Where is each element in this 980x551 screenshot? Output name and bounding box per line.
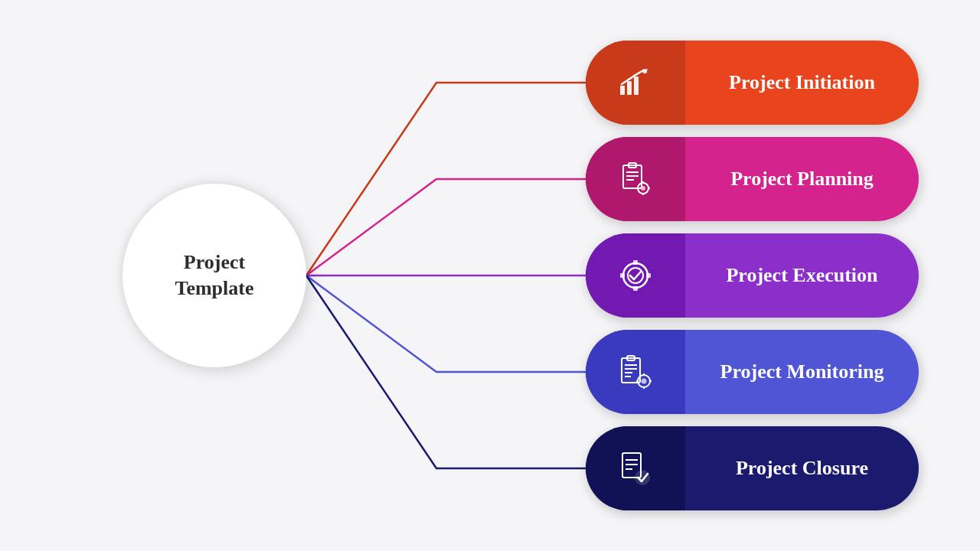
item-initiation[interactable]: Project Initiation [586, 41, 919, 125]
item-closure[interactable]: Project Closure [586, 426, 919, 510]
rocket-chart-icon [616, 63, 655, 103]
gear-check-icon [616, 256, 655, 295]
item-monitoring-label-section: Project Monitoring [685, 360, 919, 383]
item-planning-label-section: Project Planning [685, 168, 919, 191]
main-container: ProjectTemplate Pro [0, 0, 980, 551]
item-execution[interactable]: Project Execution [586, 233, 919, 318]
item-initiation-icon-section [586, 41, 685, 125]
item-execution-icon-section [586, 233, 685, 318]
svg-rect-0 [620, 86, 625, 95]
clipboard-gear-icon [616, 159, 655, 199]
center-label: ProjectTemplate [175, 249, 253, 302]
svg-rect-17 [633, 260, 638, 265]
svg-point-10 [641, 186, 645, 191]
svg-rect-19 [620, 273, 625, 278]
svg-point-3 [642, 69, 647, 73]
svg-rect-1 [627, 81, 632, 95]
svg-rect-20 [646, 273, 651, 278]
item-closure-label-section: Project Closure [685, 457, 919, 480]
item-initiation-label-section: Project Initiation [685, 71, 919, 94]
item-monitoring-label: Project Monitoring [720, 360, 884, 383]
svg-rect-18 [633, 286, 638, 291]
doc-check-icon [616, 448, 655, 488]
item-planning-icon-section [586, 137, 685, 221]
item-monitoring-icon-section [586, 330, 685, 414]
list-gear-icon [616, 352, 655, 392]
svg-point-28 [642, 379, 647, 384]
svg-point-15 [623, 263, 648, 288]
item-planning-label: Project Planning [730, 168, 874, 191]
items-list: Project Initiation [586, 41, 919, 510]
svg-rect-2 [634, 77, 639, 95]
center-circle: ProjectTemplate [122, 184, 306, 367]
item-closure-label: Project Closure [736, 457, 868, 480]
item-execution-label: Project Execution [726, 264, 877, 287]
item-execution-label-section: Project Execution [685, 264, 919, 287]
item-closure-icon-section [586, 426, 685, 510]
item-monitoring[interactable]: Project Monitoring [586, 330, 919, 414]
svg-rect-21 [622, 358, 640, 383]
item-planning[interactable]: Project Planning [586, 137, 919, 221]
item-initiation-label: Project Initiation [729, 71, 875, 94]
